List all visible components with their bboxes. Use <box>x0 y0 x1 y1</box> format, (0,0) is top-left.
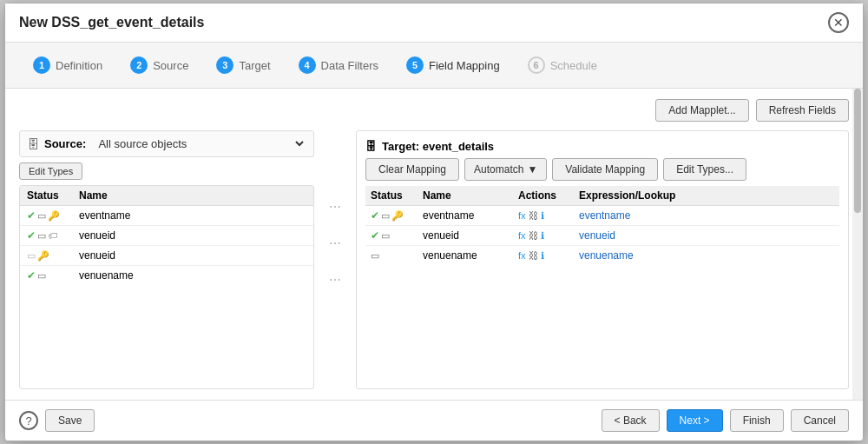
target-panel: 🗄 Target: event_details Clear Mapping Au… <box>356 130 849 389</box>
source-field-row: ✔ ▭ venuename <box>20 266 313 285</box>
source-header: 🗄 Source: All source objects <box>19 130 314 157</box>
chain-icon[interactable]: ⛓ <box>529 230 538 241</box>
top-actions: Add Mapplet... Refresh Fields <box>19 99 849 122</box>
target-field-name-1: eventname <box>423 209 518 222</box>
finish-button[interactable]: Finish <box>730 409 784 432</box>
back-button[interactable]: < Back <box>602 409 660 432</box>
source-field-name-1: eventname <box>79 209 306 222</box>
target-label: Target: event_details <box>382 140 494 153</box>
tab-num-data-filters: 4 <box>299 56 316 74</box>
title-bar: New DSS_get_event_details ✕ <box>5 3 863 43</box>
source-field-row: ✔ ▭ 🔑 eventname <box>20 206 313 226</box>
tab-schedule[interactable]: 6 Schedule <box>514 51 611 79</box>
source-status-icons-4: ✔ ▭ <box>27 269 79 282</box>
automatch-arrow-icon: ▼ <box>527 163 537 176</box>
dialog-title: New DSS_get_event_details <box>19 15 204 30</box>
source-field-name-3: venueid <box>79 249 306 262</box>
tab-num-target: 3 <box>216 56 233 74</box>
tab-definition[interactable]: 1 Definition <box>19 51 116 79</box>
chain-icon[interactable]: ⛓ <box>529 210 538 221</box>
source-select[interactable]: All source objects <box>95 136 306 151</box>
chain-icon[interactable]: ⛓ <box>529 250 538 261</box>
source-panel: 🗄 Source: All source objects Edit Types … <box>19 130 314 389</box>
info-icon[interactable]: ℹ <box>541 230 544 242</box>
fx-icon[interactable]: fx <box>518 210 526 221</box>
edit-types-target-button[interactable]: Edit Types... <box>663 158 746 181</box>
footer-right: < Back Next > Finish Cancel <box>602 409 849 432</box>
source-field-row: ✔ ▭ 🏷 venueid <box>20 226 313 246</box>
target-field-row: ✔ ▭ 🔑 eventname fx ⛓ ℹ eventname <box>365 206 839 226</box>
source-label: Source: <box>44 137 86 150</box>
check-icon: ✔ <box>27 229 36 242</box>
target-expression-header: Expression/Lookup <box>579 189 834 202</box>
connector-dots-3: ⋯ <box>329 273 342 287</box>
tab-field-mapping[interactable]: 5 Field Mapping <box>392 51 514 79</box>
cancel-button[interactable]: Cancel <box>791 409 849 432</box>
tab-data-filters[interactable]: 4 Data Filters <box>285 51 392 79</box>
source-status-icons-2: ✔ ▭ 🏷 <box>27 229 79 242</box>
fx-icon[interactable]: fx <box>518 250 526 261</box>
mapping-area: 🗄 Source: All source objects Edit Types … <box>19 130 849 389</box>
target-action-icons-1: fx ⛓ ℹ <box>518 210 579 222</box>
help-button[interactable]: ? <box>19 411 38 430</box>
key-icon: 🔑 <box>48 210 60 222</box>
clear-mapping-button[interactable]: Clear Mapping <box>365 158 459 181</box>
key-icon: 🔑 <box>391 210 404 222</box>
tab-label-definition: Definition <box>56 59 102 72</box>
tab-num-definition: 1 <box>33 56 50 74</box>
target-field-row: ▭ venuename fx ⛓ ℹ venuename <box>365 246 839 265</box>
refresh-fields-button[interactable]: Refresh Fields <box>756 99 849 122</box>
edit-icon: ▭ <box>381 230 390 242</box>
fx-icon[interactable]: fx <box>518 230 526 241</box>
next-button[interactable]: Next > <box>667 409 723 432</box>
target-expression-2[interactable]: venueid <box>579 229 834 242</box>
dialog-content-wrapper: Add Mapplet... Refresh Fields 🗄 Source: … <box>5 89 863 400</box>
connector-dots-1: ⋯ <box>329 200 342 214</box>
automatch-label: Automatch <box>474 163 523 176</box>
edit-icon: ▭ <box>371 250 379 262</box>
info-icon[interactable]: ℹ <box>541 250 544 262</box>
tag-icon: 🏷 <box>48 230 57 241</box>
target-name-header: Name <box>423 189 518 202</box>
automatch-button[interactable]: Automatch ▼ <box>464 158 547 181</box>
source-status-header: Status <box>27 189 79 202</box>
wizard-tabs: 1 Definition 2 Source 3 Target 4 Data Fi… <box>5 43 863 89</box>
add-mapplet-button[interactable]: Add Mapplet... <box>655 99 748 122</box>
source-status-icons-3: ▭ 🔑 <box>27 250 79 262</box>
target-expression-3[interactable]: venuename <box>579 249 834 262</box>
source-fields-table: Status Name ✔ ▭ 🔑 eventname <box>19 185 314 389</box>
edit-icon: ▭ <box>381 210 390 222</box>
target-action-icons-3: fx ⛓ ℹ <box>518 250 579 262</box>
main-dialog: New DSS_get_event_details ✕ 1 Definition… <box>4 3 864 441</box>
source-field-name-2: venueid <box>79 229 306 242</box>
save-button[interactable]: Save <box>45 409 95 432</box>
target-table-header: Status Name Actions Expression/Lookup <box>365 186 839 206</box>
tab-label-field-mapping: Field Mapping <box>429 59 500 72</box>
footer-left: ? Save <box>19 409 95 432</box>
close-button[interactable]: ✕ <box>828 12 849 33</box>
dialog-body: Add Mapplet... Refresh Fields 🗄 Source: … <box>5 89 863 400</box>
target-status-header: Status <box>371 189 423 202</box>
target-expression-1[interactable]: eventname <box>579 209 834 222</box>
target-status-3: ▭ <box>371 250 423 262</box>
tab-target[interactable]: 3 Target <box>202 51 284 79</box>
edit-icon: ▭ <box>37 230 46 242</box>
tab-num-field-mapping: 5 <box>406 56 424 74</box>
target-status-2: ✔ ▭ <box>371 229 423 242</box>
dialog-footer: ? Save < Back Next > Finish Cancel <box>5 400 863 441</box>
info-icon[interactable]: ℹ <box>541 210 544 222</box>
target-actions-header: Actions <box>518 189 579 202</box>
target-header: 🗄 Target: event_details <box>365 140 839 153</box>
target-table: Status Name Actions Expression/Lookup ✔ … <box>365 186 839 380</box>
validate-mapping-button[interactable]: Validate Mapping <box>552 158 658 181</box>
tab-label-target: Target <box>239 59 270 72</box>
target-field-name-2: venueid <box>423 229 518 242</box>
target-action-icons-2: fx ⛓ ℹ <box>518 230 579 242</box>
target-status-1: ✔ ▭ 🔑 <box>371 209 423 222</box>
edit-icon: ▭ <box>37 210 46 222</box>
tab-source[interactable]: 2 Source <box>116 51 202 79</box>
target-field-row: ✔ ▭ venueid fx ⛓ ℹ venueid <box>365 226 839 246</box>
source-edit-types-button[interactable]: Edit Types <box>19 162 82 180</box>
scrollbar[interactable] <box>852 89 863 400</box>
key2-icon: 🔑 <box>37 250 49 262</box>
